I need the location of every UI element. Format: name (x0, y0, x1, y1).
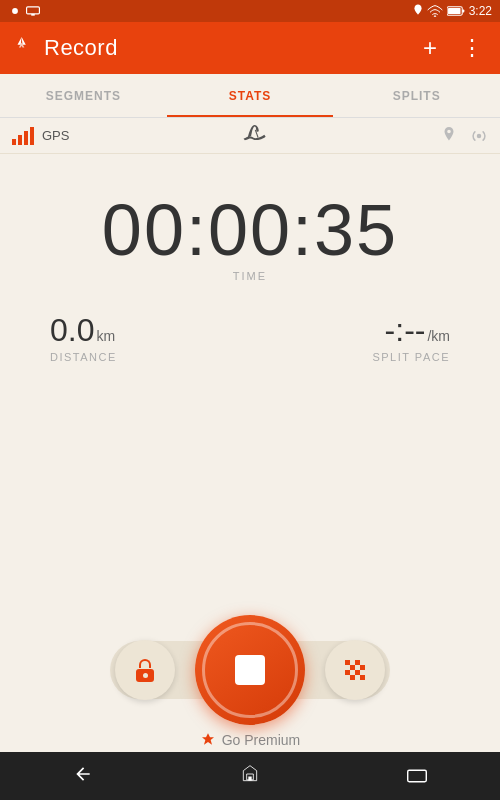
signal-icon (470, 127, 488, 145)
gps-label: GPS (42, 128, 69, 143)
premium-label[interactable]: Go Premium (222, 732, 301, 748)
bottom-nav (0, 752, 500, 800)
tab-splits[interactable]: SPLITS (333, 74, 500, 117)
app-bar-actions: + ⋮ (414, 32, 488, 64)
status-bar: 3:22 (0, 0, 500, 22)
premium-icon (200, 732, 216, 748)
status-left (8, 4, 40, 18)
recents-button[interactable] (387, 757, 447, 796)
split-pace-unit: /km (427, 328, 450, 344)
svg-rect-5 (448, 8, 460, 14)
stats-row: 0.0 km DISTANCE -:-- /km SPLIT PACE (0, 282, 500, 363)
screen-icon (26, 6, 40, 16)
stop-button[interactable] (195, 615, 305, 725)
lock-icon (136, 659, 154, 682)
status-time: 3:22 (469, 4, 492, 18)
svg-point-0 (12, 8, 18, 14)
distance-label: DISTANCE (50, 351, 117, 363)
add-button[interactable]: + (414, 32, 446, 64)
tab-segments[interactable]: SEGMENTS (0, 74, 167, 117)
gps-left: GPS (12, 127, 69, 145)
stop-icon (235, 655, 265, 685)
battery-icon (447, 5, 465, 17)
app-logo (12, 37, 34, 59)
premium-bar: Go Premium (0, 732, 500, 748)
notification-icon (8, 4, 22, 18)
timer-label: TIME (102, 270, 398, 282)
distance-value: 0.0 (50, 312, 94, 349)
svg-rect-7 (407, 770, 426, 781)
home-button[interactable] (220, 756, 280, 797)
flag-icon (345, 660, 365, 680)
signal-bar-2 (18, 135, 22, 145)
svg-point-6 (477, 133, 482, 138)
app-title: Record (44, 35, 404, 61)
signal-bar-3 (24, 131, 28, 145)
main-content: 00:00:35 TIME 0.0 km DISTANCE -:-- /km S… (0, 154, 500, 383)
control-area (0, 630, 500, 710)
distance-stat: 0.0 km DISTANCE (50, 312, 117, 363)
back-button[interactable] (53, 756, 113, 797)
svg-rect-2 (31, 14, 35, 16)
split-pace-value: -:-- (385, 312, 426, 349)
tabs-container: SEGMENTS STATS SPLITS (0, 74, 500, 118)
svg-rect-4 (462, 10, 464, 13)
svg-rect-1 (27, 7, 40, 14)
lock-button[interactable] (115, 640, 175, 700)
tab-stats[interactable]: STATS (167, 74, 334, 117)
controls-track (90, 630, 410, 710)
gps-bar: GPS (0, 118, 500, 154)
distance-unit: km (96, 328, 115, 344)
split-pace-label: SPLIT PACE (372, 351, 450, 363)
signal-bar-4 (30, 127, 34, 145)
location-icon (413, 4, 423, 18)
timer-value: 00:00:35 (102, 194, 398, 266)
lap-button[interactable] (325, 640, 385, 700)
status-right: 3:22 (413, 4, 492, 18)
activity-icon (242, 125, 270, 147)
gps-signal-bars (12, 127, 34, 145)
signal-bar-1 (12, 139, 16, 145)
app-bar: Record + ⋮ (0, 22, 500, 74)
gps-right (442, 127, 488, 145)
wifi-icon (427, 5, 443, 17)
split-pace-stat: -:-- /km SPLIT PACE (372, 312, 450, 363)
more-button[interactable]: ⋮ (456, 32, 488, 64)
location-pin-icon (442, 127, 456, 145)
timer-display: 00:00:35 TIME (102, 194, 398, 282)
